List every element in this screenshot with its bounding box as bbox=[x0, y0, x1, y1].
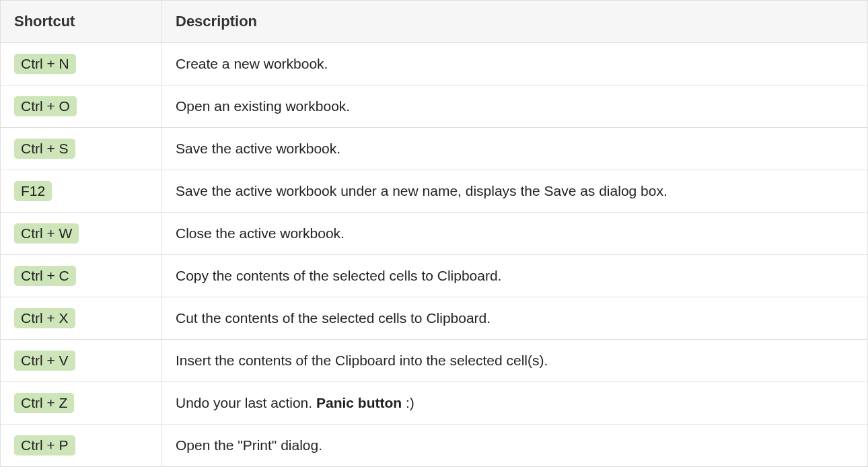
keyboard-shortcut: Ctrl + S bbox=[14, 139, 75, 159]
description-cell: Close the active workbook. bbox=[162, 213, 868, 255]
description-cell: Open the "Print" dialog. bbox=[162, 425, 868, 467]
keyboard-shortcut: F12 bbox=[14, 181, 52, 201]
description-text: Open an existing workbook. bbox=[176, 98, 350, 114]
description-cell: Cut the contents of the selected cells t… bbox=[162, 297, 868, 340]
shortcut-cell: Ctrl + P bbox=[1, 425, 162, 467]
table-row: Ctrl + CCopy the contents of the selecte… bbox=[1, 255, 868, 297]
description-text: :) bbox=[402, 395, 414, 410]
keyboard-shortcut: Ctrl + V bbox=[14, 351, 75, 371]
shortcut-cell: Ctrl + W bbox=[1, 213, 162, 255]
table-row: Ctrl + XCut the contents of the selected… bbox=[1, 297, 868, 340]
keyboard-shortcut: Ctrl + O bbox=[14, 96, 77, 116]
description-text: Save the active workbook. bbox=[176, 141, 340, 156]
keyboard-shortcut: Ctrl + C bbox=[14, 266, 76, 286]
keyboard-shortcut: Ctrl + Z bbox=[14, 393, 74, 413]
table-header-row: Shortcut Description bbox=[1, 1, 868, 43]
description-text: Open the "Print" dialog. bbox=[176, 437, 322, 453]
shortcut-cell: F12 bbox=[1, 170, 162, 213]
description-text: Copy the contents of the selected cells … bbox=[176, 268, 501, 283]
description-text: Create a new workbook. bbox=[176, 56, 328, 71]
description-cell: Undo your last action. Panic button :) bbox=[162, 382, 868, 425]
keyboard-shortcut: Ctrl + N bbox=[14, 54, 76, 74]
shortcut-cell: Ctrl + X bbox=[1, 297, 162, 340]
description-cell: Save the active workbook. bbox=[162, 128, 868, 170]
shortcuts-table: Shortcut Description Ctrl + NCreate a ne… bbox=[0, 0, 868, 467]
shortcut-cell: Ctrl + O bbox=[1, 85, 162, 128]
table-row: Ctrl + ZUndo your last action. Panic but… bbox=[1, 382, 868, 425]
shortcut-cell: Ctrl + C bbox=[1, 255, 162, 297]
description-text: Insert the contents of the Clipboard int… bbox=[176, 353, 548, 368]
description-text: Panic button bbox=[316, 395, 402, 410]
table-row: Ctrl + POpen the "Print" dialog. bbox=[1, 425, 868, 467]
description-cell: Insert the contents of the Clipboard int… bbox=[162, 340, 868, 382]
description-text: Save the active workbook under a new nam… bbox=[176, 183, 667, 198]
shortcut-cell: Ctrl + V bbox=[1, 340, 162, 382]
table-row: Ctrl + OOpen an existing workbook. bbox=[1, 85, 868, 128]
table-row: Ctrl + NCreate a new workbook. bbox=[1, 43, 868, 85]
keyboard-shortcut: Ctrl + X bbox=[14, 308, 75, 328]
description-text: Cut the contents of the selected cells t… bbox=[176, 310, 491, 326]
shortcut-cell: Ctrl + N bbox=[1, 43, 162, 85]
table-row: Ctrl + VInsert the contents of the Clipb… bbox=[1, 340, 868, 382]
description-cell: Create a new workbook. bbox=[162, 43, 868, 85]
description-text: Close the active workbook. bbox=[176, 225, 345, 241]
header-description: Description bbox=[162, 1, 868, 43]
table-row: Ctrl + WClose the active workbook. bbox=[1, 213, 868, 255]
keyboard-shortcut: Ctrl + P bbox=[14, 435, 75, 455]
table-row: F12Save the active workbook under a new … bbox=[1, 170, 868, 213]
shortcut-cell: Ctrl + S bbox=[1, 128, 162, 170]
description-cell: Open an existing workbook. bbox=[162, 85, 868, 128]
table-row: Ctrl + SSave the active workbook. bbox=[1, 128, 868, 170]
description-cell: Save the active workbook under a new nam… bbox=[162, 170, 868, 213]
description-text: Undo your last action. bbox=[176, 395, 316, 410]
shortcut-cell: Ctrl + Z bbox=[1, 382, 162, 425]
description-cell: Copy the contents of the selected cells … bbox=[162, 255, 868, 297]
header-shortcut: Shortcut bbox=[1, 1, 162, 43]
keyboard-shortcut: Ctrl + W bbox=[14, 223, 79, 244]
